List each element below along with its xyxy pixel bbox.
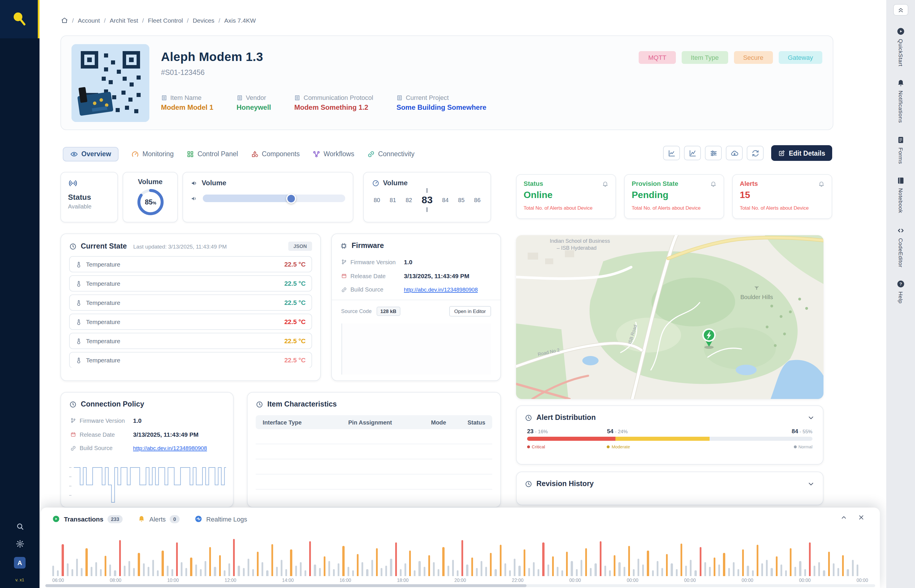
tab-connectivity[interactable]: Connectivity [367,150,415,158]
refresh-button[interactable] [747,146,764,160]
tab-realtime-logs[interactable]: Realtime Logs [195,515,247,523]
rail-item-help[interactable]: ? Help [897,280,905,304]
tab-components[interactable]: Components [251,150,300,158]
chip-icon [340,242,348,249]
build-source-link[interactable]: http://abc.dev.in/12348980908 [133,445,207,451]
histogram-bar [571,561,573,576]
cloud-download-button[interactable] [726,146,743,160]
picker-value[interactable]: 84 [442,197,449,203]
breadcrumb-item[interactable]: /Fleet Control [142,17,183,24]
avatar[interactable]: A [14,557,26,569]
histogram-bar [547,564,549,576]
histogram-bar [224,570,225,576]
edit-details-button[interactable]: Edit Details [771,145,832,161]
bell-icon[interactable] [602,180,609,187]
tab-workflows[interactable]: Workflows [313,150,355,158]
kpi-card[interactable]: Status Online Total No. of Alerts about … [516,174,616,219]
breadcrumb-item[interactable]: /Account [72,17,100,24]
search-icon[interactable] [15,522,24,531]
state-row: Temperature 22.5 °C [69,294,312,311]
picker-value[interactable]: 82 [406,197,412,203]
firmware-panel: Firmware Firmware Version 1.0 Release Da… [331,233,501,381]
app-logo[interactable] [0,0,39,38]
breadcrumb: /Account /Archit Test /Fleet Control /De… [61,17,256,24]
alert-distribution-panel: Alert Distribution 23 - 16%54 - 24%84 - … [516,405,823,465]
picker-value[interactable]: 81 [390,197,396,203]
tab-control-panel[interactable]: Control Panel [186,150,238,158]
breadcrumb-item[interactable]: /Devices [187,17,214,24]
chevron-down-icon[interactable] [807,480,815,488]
picker-value[interactable]: 85 [458,197,465,203]
broadcast-icon [68,178,78,188]
rail-item-notifications[interactable]: Notifications [897,79,905,123]
breadcrumb-item[interactable]: /Archit Test [104,17,138,24]
open-in-editor-button[interactable]: Open in Editor [449,306,491,317]
histogram-bar [780,564,782,576]
time-axis-label: 08:00 [110,578,121,583]
histogram-bar [309,541,311,576]
rail-item-forms[interactable]: Forms [897,136,905,164]
code-editor-area[interactable] [341,323,491,375]
chart-view-button[interactable] [663,146,680,160]
drawer-actions [841,514,865,521]
tab-transactions[interactable]: Transactions 233 [52,515,123,523]
map-panel[interactable]: Indian School of Business – ISB Hyderaba… [516,235,823,399]
gauge-icon [131,150,139,158]
kpi-card[interactable]: Provision State Pending Total No. of Ale… [624,174,724,219]
histogram-bar [747,565,749,576]
histogram-bar [76,559,78,576]
close-drawer-icon[interactable] [858,514,865,521]
picker-value[interactable]: 86 [474,197,481,203]
volume-donut-widget[interactable]: Volume 85% [123,172,178,223]
table-empty-row [256,459,492,475]
volume-slider[interactable] [203,195,345,202]
bell-icon[interactable] [818,180,824,187]
policy-sparkline [69,459,225,506]
tab-alerts[interactable]: Alerts 0 [138,515,180,523]
tab-overview[interactable]: Overview [63,147,118,161]
kpi-card[interactable]: Alerts 15 Total No. of Alerts about Devi… [732,174,832,219]
transactions-histogram [52,528,868,576]
picker-value[interactable]: 80 [374,197,380,203]
json-button[interactable]: JSON [288,242,312,251]
time-axis-label: 00:00 [742,578,753,583]
collapse-panel-button[interactable] [893,4,909,16]
speaker-icon[interactable] [191,195,198,202]
sliders-button[interactable] [705,146,722,160]
histogram-bar [124,565,126,576]
histogram-bar [357,554,359,576]
volume-slider-knob[interactable] [286,193,296,203]
home-icon[interactable] [61,17,68,24]
histogram-bar [481,561,483,576]
build-source-row: Build Source http://abc.dev.in/123489809… [332,283,500,296]
rail-item-quickstart[interactable]: QuickStart [897,27,905,66]
clock-icon [69,242,77,250]
rail-item-codeeditor[interactable]: CodeEditor [897,226,905,267]
device-field: Communication Protocol Modem Something 1… [294,94,373,111]
histogram-bar [157,570,159,576]
breadcrumb-item[interactable]: /Axis 7.4KW [219,17,256,24]
collapse-drawer-icon[interactable] [841,514,847,521]
histogram-bar [285,569,287,576]
trend-view-button[interactable] [684,146,701,160]
scrollbar-thumb[interactable] [45,584,526,587]
histogram-bar [195,564,197,576]
chevron-down-icon[interactable] [807,414,815,421]
bell-icon[interactable] [710,180,717,187]
build-source-link[interactable]: http://abc.dev.in/12348980908 [404,286,478,293]
histogram-bar [719,564,720,576]
picker-value[interactable]: 83 [422,195,432,205]
device-tag: Secure [734,51,772,64]
histogram-bar [476,568,478,576]
histogram-bar [671,563,673,576]
histogram-bar [419,561,421,576]
alert-values-row: 23 - 16%54 - 24%84 - 55% [527,428,813,435]
rail-item-notebook[interactable]: Notebook [897,177,905,213]
settings-gear-icon[interactable] [15,540,24,548]
revision-history-panel: Revision History [516,472,823,505]
horizontal-scrollbar[interactable] [45,584,875,587]
status-widget[interactable]: Status Available [60,172,118,223]
histogram-bar [100,569,102,576]
time-axis-label: 06:00 [52,578,64,583]
tab-monitoring[interactable]: Monitoring [131,150,173,158]
